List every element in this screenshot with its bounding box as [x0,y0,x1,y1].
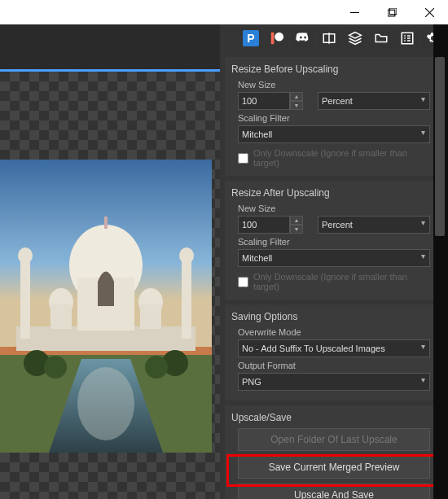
svg-rect-2 [389,8,397,15]
patreon-icon[interactable] [266,27,288,50]
discord-icon[interactable] [292,27,314,50]
resize-after-section: Resize After Upscaling New Size ▲▼ Perce… [225,181,443,300]
resize-before-unit-select[interactable]: Percent [318,92,430,110]
resize-after-size-input[interactable] [238,216,290,234]
overwrite-mode-select[interactable]: No - Add Suffix To Upscaled Images [238,339,430,357]
checklist-icon[interactable] [396,27,419,50]
filter-label: Scaling Filter [238,237,437,247]
svg-rect-16 [140,304,161,329]
upscale-title: Upscale/Save [231,412,437,423]
size-spin-down[interactable]: ▼ [290,101,303,110]
overwrite-label: Overwrite Mode [238,327,437,337]
svg-point-18 [18,247,33,264]
compare-icon[interactable] [318,27,340,50]
resize-before-size-input[interactable] [238,92,290,110]
settings-pane: P Resize Before Upscaling New Size ▲▼ Pe… [220,24,448,499]
resize-after-title: Resize After Upscaling [231,187,437,199]
window-close-button[interactable] [411,0,448,24]
saving-options-section: Saving Options Overwrite Mode No - Add S… [225,304,443,401]
preview-image [0,160,212,453]
svg-point-20 [179,247,194,264]
new-size-label: New Size [238,204,437,213]
folder-icon[interactable] [370,27,393,50]
transparency-checkerboard [0,72,220,499]
new-size-label: New Size [238,80,437,90]
resize-before-only-downscale-checkbox[interactable] [238,153,248,164]
open-folder-button[interactable]: Open Folder Of Last Upscale [238,428,430,451]
svg-rect-26 [271,33,275,44]
format-label: Output Format [238,361,437,370]
size-spin-down[interactable]: ▼ [290,225,303,234]
resize-before-filter-select[interactable]: Mitchell [238,125,430,143]
vertical-scrollbar[interactable] [433,24,448,499]
window-titlebar [0,0,448,24]
svg-rect-1 [388,10,395,16]
size-spin-up[interactable]: ▲ [290,92,303,101]
filter-label: Scaling Filter [238,113,437,123]
layers-icon[interactable] [344,27,367,50]
preview-pane [0,24,220,499]
svg-point-25 [145,356,168,379]
svg-rect-19 [182,257,191,339]
size-spin-up[interactable]: ▲ [290,216,303,225]
svg-rect-14 [51,304,72,329]
scrollbar-thumb[interactable] [435,57,445,236]
svg-rect-17 [20,257,30,339]
output-format-select[interactable]: PNG [238,373,430,391]
svg-point-27 [275,33,283,42]
upscale-save-section: Upscale/Save Open Folder Of Last Upscale… [225,405,443,499]
resize-after-unit-select[interactable]: Percent [318,216,430,234]
resize-after-filter-select[interactable]: Mitchell [238,249,430,267]
resize-before-section: Resize Before Upscaling New Size ▲▼ Perc… [225,57,443,176]
resize-after-only-downscale-checkbox[interactable] [238,277,248,287]
svg-rect-12 [104,217,108,229]
resize-before-title: Resize Before Upscaling [231,63,437,75]
svg-point-21 [77,367,134,440]
window-maximize-button[interactable] [373,0,411,24]
upscale-and-save-button[interactable]: Upscale And Save [238,484,430,499]
paypal-icon[interactable]: P [239,27,262,50]
window-minimize-button[interactable] [336,0,373,24]
only-downscale-label: Only Downscale (Ignore if smaller than t… [253,148,430,168]
top-toolbar: P [220,24,448,52]
save-current-merged-preview-button[interactable]: Save Current Merged Preview [238,456,430,479]
only-downscale-label: Only Downscale (Ignore if smaller than t… [253,272,430,291]
saving-title: Saving Options [231,311,437,322]
svg-point-23 [44,356,67,379]
